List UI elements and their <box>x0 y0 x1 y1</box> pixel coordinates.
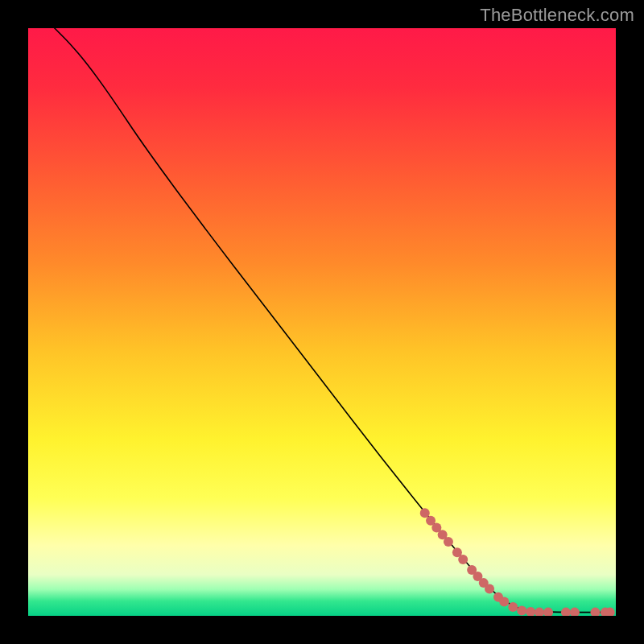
data-marker <box>517 605 526 615</box>
data-marker <box>444 537 453 547</box>
data-marker <box>508 602 518 612</box>
chart-stage: TheBottleneck.com <box>0 0 644 644</box>
data-marker <box>485 584 494 593</box>
plot-area <box>28 28 616 616</box>
data-marker <box>499 597 509 606</box>
background-gradient <box>28 28 616 616</box>
chart-svg <box>28 28 616 616</box>
data-marker <box>458 555 468 564</box>
watermark-text: TheBottleneck.com <box>480 5 634 26</box>
data-marker <box>420 508 430 518</box>
